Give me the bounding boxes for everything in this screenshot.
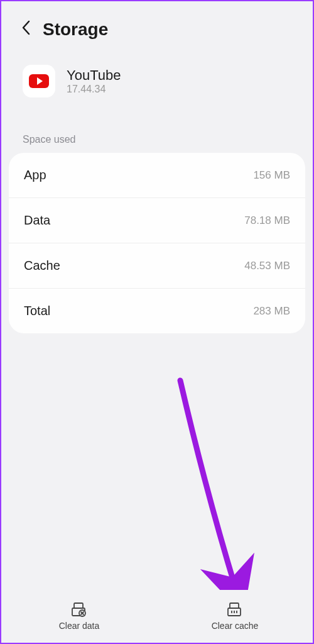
row-value: 156 MB: [253, 169, 290, 182]
svg-rect-0: [74, 603, 83, 608]
clear-data-label: Clear data: [59, 621, 100, 631]
row-label: App: [24, 168, 46, 182]
clear-cache-icon: [226, 602, 244, 618]
app-info-section: YouTube 17.44.34: [1, 47, 313, 116]
clear-data-icon: [70, 602, 88, 618]
svg-rect-5: [230, 603, 239, 608]
section-label: Space used: [1, 116, 313, 153]
youtube-icon: [23, 65, 55, 97]
header: Storage: [1, 1, 313, 47]
app-name: YouTube: [67, 67, 121, 84]
storage-row-data: Data 78.18 MB: [9, 198, 305, 243]
storage-row-cache: Cache 48.53 MB: [9, 243, 305, 289]
bottom-toolbar: Clear data Clear cache: [1, 590, 313, 643]
clear-data-button[interactable]: Clear data: [1, 590, 157, 643]
app-version: 17.44.34: [67, 84, 121, 95]
clear-cache-button[interactable]: Clear cache: [157, 590, 313, 643]
row-label: Cache: [24, 258, 60, 273]
storage-card: App 156 MB Data 78.18 MB Cache 48.53 MB …: [9, 153, 305, 333]
back-button[interactable]: [20, 19, 31, 40]
clear-cache-label: Clear cache: [212, 621, 259, 631]
storage-row-total: Total 283 MB: [9, 289, 305, 333]
row-value: 283 MB: [253, 305, 290, 318]
annotation-arrow: [168, 375, 262, 614]
page-title: Storage: [43, 19, 108, 40]
row-label: Data: [24, 213, 50, 228]
row-value: 48.53 MB: [244, 260, 290, 272]
storage-row-app: App 156 MB: [9, 153, 305, 198]
row-label: Total: [24, 304, 50, 318]
row-value: 78.18 MB: [244, 214, 290, 227]
